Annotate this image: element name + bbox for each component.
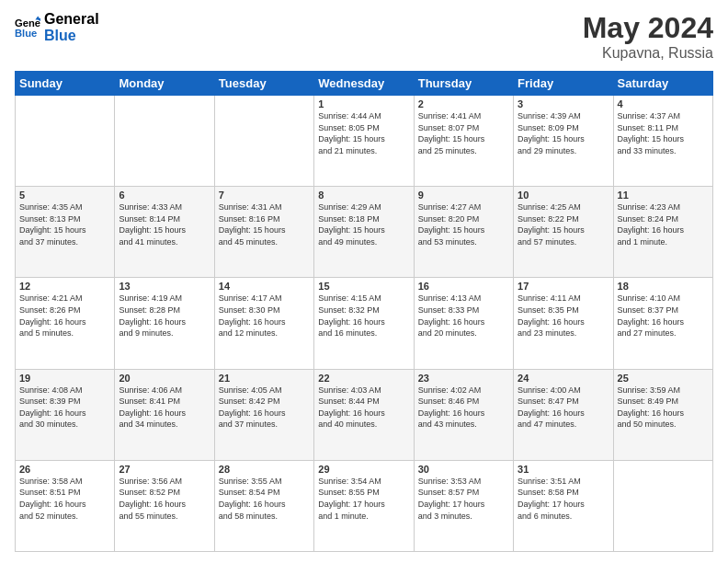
day-info: Sunrise: 4:44 AM Sunset: 8:05 PM Dayligh…	[318, 110, 409, 156]
header: General Blue General Blue May 2024 Kupav…	[15, 11, 713, 62]
day-number: 15	[318, 281, 409, 292]
calendar-cell: 25Sunrise: 3:59 AM Sunset: 8:49 PM Dayli…	[613, 369, 712, 460]
day-info: Sunrise: 3:51 AM Sunset: 8:58 PM Dayligh…	[518, 476, 609, 522]
svg-text:Blue: Blue	[15, 27, 37, 38]
day-number: 8	[318, 190, 409, 201]
day-number: 7	[219, 190, 310, 201]
calendar-cell: 5Sunrise: 4:35 AM Sunset: 8:13 PM Daylig…	[16, 187, 115, 278]
calendar-cell: 8Sunrise: 4:29 AM Sunset: 8:18 PM Daylig…	[314, 187, 414, 278]
day-info: Sunrise: 4:11 AM Sunset: 8:35 PM Dayligh…	[518, 293, 609, 339]
page: General Blue General Blue May 2024 Kupav…	[0, 0, 728, 563]
week-row-3: 19Sunrise: 4:08 AM Sunset: 8:39 PM Dayli…	[16, 369, 713, 460]
calendar-cell: 3Sunrise: 4:39 AM Sunset: 8:09 PM Daylig…	[514, 96, 613, 187]
calendar-cell: 24Sunrise: 4:00 AM Sunset: 8:47 PM Dayli…	[514, 369, 613, 460]
day-number: 14	[219, 281, 310, 292]
logo-icon: General Blue	[15, 15, 40, 40]
subtitle: Kupavna, Russia	[583, 45, 713, 62]
day-number: 23	[418, 373, 509, 384]
day-number: 3	[518, 98, 609, 109]
logo: General Blue General Blue	[15, 11, 99, 43]
day-info: Sunrise: 3:54 AM Sunset: 8:55 PM Dayligh…	[318, 476, 409, 522]
calendar-cell: 19Sunrise: 4:08 AM Sunset: 8:39 PM Dayli…	[16, 369, 115, 460]
day-info: Sunrise: 4:39 AM Sunset: 8:09 PM Dayligh…	[518, 110, 609, 156]
calendar-cell: 9Sunrise: 4:27 AM Sunset: 8:20 PM Daylig…	[414, 187, 513, 278]
calendar-cell: 30Sunrise: 3:53 AM Sunset: 8:57 PM Dayli…	[414, 460, 513, 551]
day-info: Sunrise: 4:29 AM Sunset: 8:18 PM Dayligh…	[318, 201, 409, 247]
calendar-cell: 7Sunrise: 4:31 AM Sunset: 8:16 PM Daylig…	[214, 187, 313, 278]
calendar-cell: 6Sunrise: 4:33 AM Sunset: 8:14 PM Daylig…	[115, 187, 214, 278]
calendar-cell: 27Sunrise: 3:56 AM Sunset: 8:52 PM Dayli…	[115, 460, 214, 551]
weekday-header-friday: Friday	[514, 72, 613, 96]
day-info: Sunrise: 4:35 AM Sunset: 8:13 PM Dayligh…	[19, 201, 110, 247]
day-info: Sunrise: 4:31 AM Sunset: 8:16 PM Dayligh…	[219, 201, 310, 247]
day-number: 22	[318, 373, 409, 384]
calendar-cell: 12Sunrise: 4:21 AM Sunset: 8:26 PM Dayli…	[16, 278, 115, 369]
logo-blue: Blue	[44, 28, 99, 44]
calendar-cell: 18Sunrise: 4:10 AM Sunset: 8:37 PM Dayli…	[613, 278, 712, 369]
day-number: 18	[618, 281, 709, 292]
week-row-1: 5Sunrise: 4:35 AM Sunset: 8:13 PM Daylig…	[16, 187, 713, 278]
day-number: 26	[19, 464, 110, 475]
day-info: Sunrise: 4:13 AM Sunset: 8:33 PM Dayligh…	[418, 293, 509, 339]
calendar-cell: 20Sunrise: 4:06 AM Sunset: 8:41 PM Dayli…	[115, 369, 214, 460]
calendar-cell: 17Sunrise: 4:11 AM Sunset: 8:35 PM Dayli…	[514, 278, 613, 369]
day-info: Sunrise: 4:00 AM Sunset: 8:47 PM Dayligh…	[518, 385, 609, 431]
day-info: Sunrise: 4:10 AM Sunset: 8:37 PM Dayligh…	[618, 293, 709, 339]
day-info: Sunrise: 4:41 AM Sunset: 8:07 PM Dayligh…	[418, 110, 509, 156]
weekday-header-row: SundayMondayTuesdayWednesdayThursdayFrid…	[16, 72, 713, 96]
title-block: May 2024 Kupavna, Russia	[583, 11, 713, 62]
day-number: 13	[119, 281, 210, 292]
weekday-header-thursday: Thursday	[414, 72, 513, 96]
calendar-table: SundayMondayTuesdayWednesdayThursdayFrid…	[15, 71, 713, 552]
calendar-cell: 4Sunrise: 4:37 AM Sunset: 8:11 PM Daylig…	[613, 96, 712, 187]
day-number: 4	[618, 98, 709, 109]
calendar-cell: 15Sunrise: 4:15 AM Sunset: 8:32 PM Dayli…	[314, 278, 414, 369]
day-info: Sunrise: 4:33 AM Sunset: 8:14 PM Dayligh…	[119, 201, 210, 247]
logo-general: General	[44, 11, 99, 28]
day-number: 10	[518, 190, 609, 201]
calendar-cell	[115, 96, 214, 187]
calendar-cell: 29Sunrise: 3:54 AM Sunset: 8:55 PM Dayli…	[314, 460, 414, 551]
day-info: Sunrise: 4:23 AM Sunset: 8:24 PM Dayligh…	[618, 201, 709, 247]
day-number: 17	[518, 281, 609, 292]
calendar-cell: 16Sunrise: 4:13 AM Sunset: 8:33 PM Dayli…	[414, 278, 513, 369]
day-info: Sunrise: 3:58 AM Sunset: 8:51 PM Dayligh…	[19, 476, 110, 522]
calendar-cell: 31Sunrise: 3:51 AM Sunset: 8:58 PM Dayli…	[514, 460, 613, 551]
calendar-cell: 28Sunrise: 3:55 AM Sunset: 8:54 PM Dayli…	[214, 460, 313, 551]
day-number: 9	[418, 190, 509, 201]
day-number: 5	[19, 190, 110, 201]
calendar-cell	[613, 460, 712, 551]
calendar-cell: 10Sunrise: 4:25 AM Sunset: 8:22 PM Dayli…	[514, 187, 613, 278]
day-number: 12	[19, 281, 110, 292]
day-number: 24	[518, 373, 609, 384]
day-number: 28	[219, 464, 310, 475]
day-info: Sunrise: 4:06 AM Sunset: 8:41 PM Dayligh…	[119, 385, 210, 431]
day-number: 11	[618, 190, 709, 201]
week-row-4: 26Sunrise: 3:58 AM Sunset: 8:51 PM Dayli…	[16, 460, 713, 551]
day-number: 1	[318, 98, 409, 109]
calendar-cell	[214, 96, 313, 187]
weekday-header-tuesday: Tuesday	[214, 72, 313, 96]
calendar-cell: 26Sunrise: 3:58 AM Sunset: 8:51 PM Dayli…	[16, 460, 115, 551]
day-info: Sunrise: 4:25 AM Sunset: 8:22 PM Dayligh…	[518, 201, 609, 247]
day-info: Sunrise: 4:17 AM Sunset: 8:30 PM Dayligh…	[219, 293, 310, 339]
day-number: 19	[19, 373, 110, 384]
main-title: May 2024	[583, 11, 713, 45]
weekday-header-saturday: Saturday	[613, 72, 712, 96]
day-info: Sunrise: 3:59 AM Sunset: 8:49 PM Dayligh…	[618, 385, 709, 431]
day-info: Sunrise: 4:15 AM Sunset: 8:32 PM Dayligh…	[318, 293, 409, 339]
day-number: 16	[418, 281, 509, 292]
calendar-cell: 1Sunrise: 4:44 AM Sunset: 8:05 PM Daylig…	[314, 96, 414, 187]
day-number: 30	[418, 464, 509, 475]
day-info: Sunrise: 3:53 AM Sunset: 8:57 PM Dayligh…	[418, 476, 509, 522]
week-row-2: 12Sunrise: 4:21 AM Sunset: 8:26 PM Dayli…	[16, 278, 713, 369]
calendar-cell: 13Sunrise: 4:19 AM Sunset: 8:28 PM Dayli…	[115, 278, 214, 369]
day-number: 29	[318, 464, 409, 475]
day-number: 25	[618, 373, 709, 384]
day-number: 2	[418, 98, 509, 109]
calendar-cell: 23Sunrise: 4:02 AM Sunset: 8:46 PM Dayli…	[414, 369, 513, 460]
day-info: Sunrise: 4:05 AM Sunset: 8:42 PM Dayligh…	[219, 385, 310, 431]
weekday-header-monday: Monday	[115, 72, 214, 96]
weekday-header-wednesday: Wednesday	[314, 72, 414, 96]
calendar-cell: 14Sunrise: 4:17 AM Sunset: 8:30 PM Dayli…	[214, 278, 313, 369]
